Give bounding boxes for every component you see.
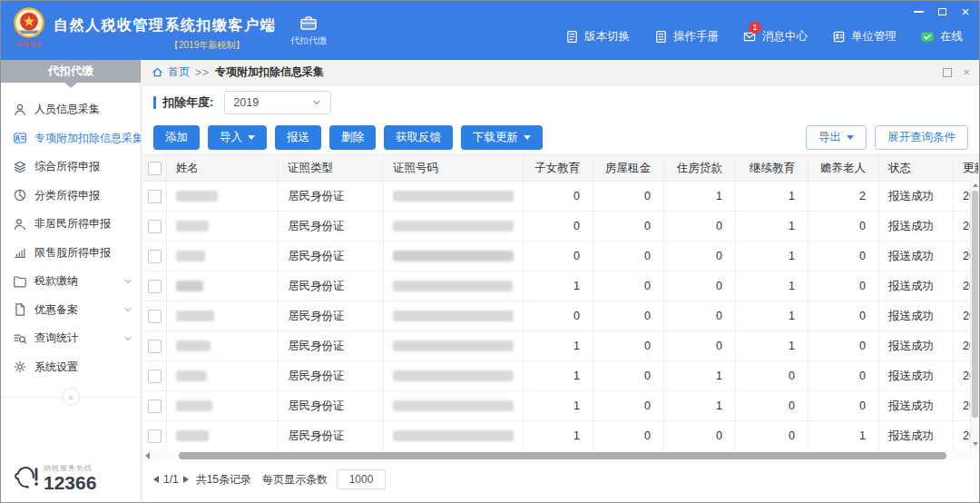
house-loan-cell: 1 bbox=[664, 182, 736, 211]
id-number-cell bbox=[384, 421, 524, 450]
row-checkbox-cell bbox=[142, 301, 167, 330]
sidebar-item-8[interactable]: 优惠备案 bbox=[1, 296, 141, 325]
hotline-number: 12366 bbox=[44, 473, 96, 493]
caret-down-icon bbox=[847, 135, 854, 140]
cont-edu-cell: 1 bbox=[736, 331, 808, 360]
prev-page-icon[interactable] bbox=[153, 476, 159, 483]
toolbar-button-4[interactable]: 删除 bbox=[329, 125, 376, 150]
maximize-icon[interactable] bbox=[936, 5, 948, 18]
nav-label: 单位管理 bbox=[851, 29, 897, 44]
table-row[interactable]: 居民身份证10100报送成功20 bbox=[142, 391, 979, 421]
home-icon[interactable] bbox=[152, 66, 163, 78]
row-checkbox[interactable] bbox=[148, 190, 162, 203]
next-page-icon[interactable] bbox=[183, 476, 189, 483]
name-redacted bbox=[176, 370, 207, 381]
header-nav-online-status[interactable]: 在线 bbox=[920, 29, 963, 44]
toolbar-button-6[interactable]: 下载更新 bbox=[461, 125, 543, 150]
sidebar-item-2[interactable]: 专项附加扣除信息采集 bbox=[1, 124, 141, 153]
sidebar-title: 代扣代缴 bbox=[1, 60, 141, 83]
status-cell: 报送成功 bbox=[879, 301, 954, 330]
mode-label: 代扣代缴 bbox=[290, 35, 327, 47]
name-redacted bbox=[176, 340, 211, 351]
table-row[interactable]: 居民身份证10001报送成功20 bbox=[142, 421, 979, 450]
table-row[interactable]: 居民身份证00010报送成功20 bbox=[142, 242, 979, 271]
page-indicator: 1/1 bbox=[163, 473, 179, 486]
deduction-year-label: 扣除年度: bbox=[162, 94, 213, 111]
name-cell bbox=[167, 182, 279, 211]
table-row[interactable]: 居民身份证10100报送成功20 bbox=[142, 361, 979, 391]
sidebar-item-10[interactable]: 系统设置 bbox=[1, 353, 141, 382]
sidebar-item-1[interactable]: 人员信息采集 bbox=[1, 95, 141, 124]
minimize-icon[interactable] bbox=[912, 5, 925, 18]
breadcrumb: 首页 >> 专项附加扣除信息采集 × bbox=[142, 60, 979, 85]
scroll-down-icon[interactable] bbox=[971, 439, 979, 449]
hotline: 纳税服务热线 12366 bbox=[11, 462, 96, 493]
row-checkbox[interactable] bbox=[148, 250, 162, 263]
row-checkbox[interactable] bbox=[148, 429, 162, 443]
row-checkbox[interactable] bbox=[148, 310, 162, 323]
row-checkbox[interactable] bbox=[148, 280, 162, 293]
row-checkbox[interactable] bbox=[148, 370, 162, 383]
select-all-checkbox[interactable] bbox=[148, 162, 162, 175]
breadcrumb-home-link[interactable]: 首页 bbox=[168, 64, 190, 80]
toolbar-button-1[interactable]: 添加 bbox=[153, 125, 200, 150]
sidebar-item-3[interactable]: 综合所得申报 bbox=[1, 153, 141, 182]
table-row[interactable]: 居民身份证00010报送成功20 bbox=[142, 301, 979, 331]
id-number-redacted bbox=[393, 221, 514, 232]
house-rent-cell: 0 bbox=[593, 421, 664, 450]
header-nav-manual[interactable]: 操作手册 bbox=[653, 29, 719, 44]
scroll-up-icon[interactable] bbox=[971, 181, 979, 190]
caret-down-icon bbox=[524, 135, 531, 140]
sidebar-item-5[interactable]: 非居民所得申报 bbox=[1, 210, 141, 239]
tab-close-icon[interactable]: × bbox=[963, 66, 970, 78]
scroll-left-icon[interactable] bbox=[145, 452, 150, 459]
toolbar-button-3[interactable]: 报送 bbox=[275, 125, 321, 150]
header-nav-unit[interactable]: 单位管理 bbox=[831, 29, 897, 44]
close-icon[interactable]: × bbox=[959, 5, 972, 18]
table-row[interactable]: 居民身份证10010报送成功20 bbox=[142, 271, 979, 301]
row-checkbox[interactable] bbox=[148, 399, 162, 413]
elderly-cell: 2 bbox=[808, 182, 879, 211]
house-rent-cell: 0 bbox=[593, 301, 664, 330]
table-row[interactable]: 居民身份证00112报送成功20 bbox=[142, 182, 979, 212]
house-loan-cell: 1 bbox=[664, 361, 736, 390]
sidebar: 代扣代缴 人员信息采集专项附加扣除信息采集综合所得申报分类所得申报非居民所得申报… bbox=[1, 60, 142, 502]
column-header: 更新 bbox=[954, 155, 979, 181]
id-type-cell: 居民身份证 bbox=[279, 301, 384, 330]
page-size-input[interactable] bbox=[337, 469, 386, 489]
header-nav-message[interactable]: 1消息中心 bbox=[742, 29, 808, 44]
name-cell bbox=[167, 212, 279, 241]
row-checkbox[interactable] bbox=[148, 220, 162, 233]
toolbar-button-5[interactable]: 获取反馈 bbox=[384, 125, 453, 150]
header-nav-document[interactable]: 版本切换 bbox=[564, 29, 630, 44]
vertical-scrollbar-thumb[interactable] bbox=[972, 191, 978, 418]
emblem-caption: 中国税务 bbox=[12, 40, 46, 49]
elderly-cell: 1 bbox=[808, 421, 879, 450]
name-cell bbox=[167, 361, 279, 390]
table-row[interactable]: 居民身份证10010报送成功20 bbox=[142, 331, 979, 361]
tab-maximize-icon[interactable] bbox=[943, 68, 952, 77]
toolbar-button-2[interactable]: 导入 bbox=[208, 125, 267, 150]
horizontal-scrollbar[interactable] bbox=[142, 450, 979, 461]
horizontal-scrollbar-thumb[interactable] bbox=[179, 452, 946, 459]
breadcrumb-separator: >> bbox=[195, 66, 210, 79]
house-rent-cell: 0 bbox=[593, 212, 664, 241]
sidebar-collapse-button[interactable]: « bbox=[62, 388, 80, 406]
id-number-cell bbox=[384, 301, 524, 330]
name-redacted bbox=[176, 430, 209, 441]
sidebar-item-label: 综合所得申报 bbox=[34, 159, 100, 174]
sidebar-item-4[interactable]: 分类所得申报 bbox=[1, 182, 141, 211]
toolbar-right-button-2[interactable]: 展开查询条件 bbox=[875, 125, 968, 150]
name-redacted bbox=[176, 400, 212, 411]
sidebar-item-9[interactable]: 查询统计 bbox=[1, 324, 141, 353]
sidebar-item-7[interactable]: 税款缴纳 bbox=[1, 267, 141, 296]
sidebar-item-label: 限售股所得申报 bbox=[34, 245, 111, 261]
row-checkbox[interactable] bbox=[148, 340, 162, 353]
sidebar-item-6[interactable]: 限售股所得申报 bbox=[1, 239, 141, 268]
id-number-cell bbox=[384, 391, 524, 420]
toolbar-right-button-1[interactable]: 导出 bbox=[806, 125, 867, 150]
deduction-year-select[interactable]: 2019 bbox=[224, 91, 331, 114]
vertical-scrollbar[interactable] bbox=[970, 181, 979, 449]
sidebar-item-label: 专项附加扣除信息采集 bbox=[34, 131, 141, 146]
table-row[interactable]: 居民身份证00010报送成功20 bbox=[142, 212, 979, 242]
